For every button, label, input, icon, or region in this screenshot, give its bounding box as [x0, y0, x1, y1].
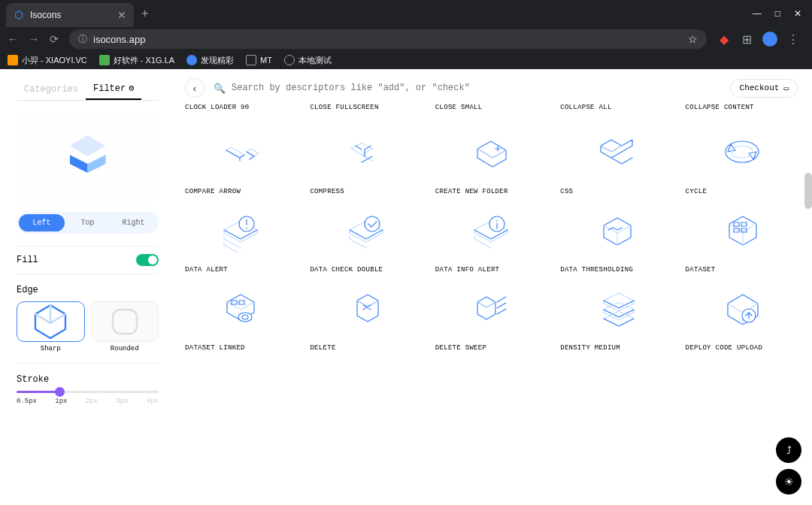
- window-maximize-icon[interactable]: □: [775, 8, 780, 19]
- profile-avatar[interactable]: [762, 32, 777, 47]
- orientation-right[interactable]: Right: [111, 214, 156, 231]
- orientation-top[interactable]: Top: [65, 214, 111, 231]
- nav-reload-icon[interactable]: ⟳: [50, 33, 59, 45]
- svg-rect-0: [113, 310, 137, 334]
- tab-categories[interactable]: Categories: [17, 78, 86, 100]
- icon-delete-sweep[interactable]: DELETE SWEEP: [435, 278, 548, 352]
- orientation-left[interactable]: Left: [19, 214, 65, 231]
- extensions-icon[interactable]: ⊞: [740, 32, 753, 46]
- browser-chrome: Isocons ✕ + — □ ✕ ← → ⟳ ⓘ isocons.app ☆ …: [0, 0, 812, 69]
- tab-favicon: [14, 10, 24, 20]
- tab-bar: Isocons ✕ + — □ ✕: [0, 0, 812, 27]
- fill-toggle[interactable]: [136, 254, 159, 266]
- extension-a-icon[interactable]: ◆: [717, 32, 731, 46]
- icon-create-new-folder[interactable]: CREATE NEW FOLDER: [435, 122, 548, 195]
- bookmark-star-icon[interactable]: ☆: [688, 33, 698, 45]
- fab-group: ⤴ ☀: [776, 437, 801, 494]
- icon-preview: [17, 111, 159, 201]
- url-text: isocons.app: [93, 34, 145, 45]
- icon-delete[interactable]: DELETE: [310, 278, 423, 352]
- new-tab-button[interactable]: +: [141, 7, 148, 20]
- sidebar-tabs: Categories Filter⚙: [17, 78, 159, 101]
- icon-data-alert[interactable]: DATA ALERT: [185, 200, 298, 274]
- icon-data-thresholding[interactable]: DATA THRESHOLDING: [560, 200, 673, 274]
- url-bar[interactable]: ⓘ isocons.app ☆: [69, 29, 707, 49]
- bookmark-item[interactable]: 小羿 - XIAOYI.VC: [8, 55, 87, 66]
- svg-point-12: [238, 313, 252, 322]
- fill-label: Fill: [17, 255, 38, 265]
- cube-rounded-icon: [98, 299, 151, 344]
- stroke-row: Stroke 0.5px1px2px3px4px: [17, 363, 159, 413]
- svg-rect-10: [232, 301, 237, 304]
- nav-right: ◆ ⊞ ⋮: [717, 32, 804, 47]
- tab-title: Isocons: [30, 10, 61, 20]
- search-input[interactable]: [232, 83, 721, 93]
- cube-sharp-icon: [24, 299, 77, 344]
- icon-deploy-code-upload[interactable]: DEPLOY CODE UPLOAD: [686, 278, 798, 352]
- icon-compress[interactable]: COMPRESS: [310, 122, 423, 195]
- stroke-slider[interactable]: [17, 391, 159, 393]
- icon-label: CLOSE FULLSCREEN: [310, 104, 423, 111]
- stroke-label: Stroke: [17, 374, 49, 385]
- icon-density-medium[interactable]: DENSITY MEDIUM: [560, 278, 673, 352]
- icon-label: COLLAPSE ALL: [560, 104, 673, 111]
- edge-sharp[interactable]: Sharp: [17, 301, 85, 352]
- nav-bar: ← → ⟳ ⓘ isocons.app ☆ ◆ ⊞ ⋮: [0, 27, 812, 51]
- svg-point-4: [365, 216, 380, 231]
- browser-menu-icon[interactable]: ⋮: [786, 32, 800, 46]
- bookmark-item[interactable]: 发现精彩: [186, 55, 234, 66]
- icon-grid: COMPARE ARROW COMPRESS CREATE NEW FOLDER…: [185, 122, 798, 352]
- main: ‹ 🔍 Checkout▭ CLOCK LOADER 90 CLOSE FULL…: [171, 69, 812, 505]
- theme-button[interactable]: ☀: [776, 469, 801, 494]
- sun-icon: ☀: [784, 476, 794, 488]
- browser-tab[interactable]: Isocons ✕: [6, 3, 134, 27]
- edge-rounded[interactable]: Rounded: [91, 301, 159, 352]
- icon-dataset[interactable]: DATASET: [686, 200, 798, 274]
- search-icon: 🔍: [214, 83, 226, 94]
- orientation-group: Left Top Right: [17, 212, 159, 234]
- share-button[interactable]: ⤴: [776, 437, 801, 463]
- bookmark-item[interactable]: 好软件 - X1G.LA: [99, 55, 174, 66]
- icon-css[interactable]: CSS: [560, 122, 673, 195]
- icon-label: CLOCK LOADER 90: [185, 104, 298, 111]
- folder-icon: ▭: [783, 83, 789, 93]
- bookmark-item[interactable]: 本地测试: [284, 55, 332, 66]
- search-wrap: 🔍: [214, 83, 721, 94]
- checkout-button[interactable]: Checkout▭: [730, 79, 798, 98]
- share-icon: ⤴: [786, 444, 792, 456]
- icon-compare-arrow[interactable]: COMPARE ARROW: [185, 122, 298, 195]
- icon-data-check-double[interactable]: DATA CHECK DOUBLE: [310, 200, 423, 274]
- window-minimize-icon[interactable]: —: [753, 8, 762, 19]
- icon-dataset-linked[interactable]: DATASET LINKED: [185, 278, 298, 352]
- window-close-icon[interactable]: ✕: [794, 8, 801, 19]
- back-button[interactable]: ‹: [185, 78, 205, 98]
- page: Categories Filter⚙ Left Top Right Fill E…: [0, 69, 812, 505]
- edge-row: Edge Sharp Rounded: [17, 274, 159, 352]
- svg-point-2: [732, 146, 753, 158]
- icon-cycle[interactable]: CYCLE: [686, 122, 798, 195]
- icon-label: COLLAPSE CONTENT: [686, 104, 798, 111]
- nav-back-icon[interactable]: ←: [8, 33, 18, 45]
- window-controls: — □ ✕: [753, 8, 812, 19]
- svg-rect-11: [239, 301, 244, 304]
- preview-cube-icon: [70, 135, 106, 177]
- sliders-icon: ⚙: [129, 83, 134, 94]
- topbar: ‹ 🔍 Checkout▭: [185, 78, 798, 98]
- stroke-ticks: 0.5px1px2px3px4px: [17, 398, 159, 405]
- sidebar: Categories Filter⚙ Left Top Right Fill E…: [5, 78, 171, 505]
- edge-label: Edge: [17, 285, 38, 295]
- bookmarks-bar: 小羿 - XIAOYI.VC 好软件 - X1G.LA 发现精彩 MT 本地测试: [0, 51, 812, 69]
- icon-data-info-alert[interactable]: DATA INFO ALERT: [435, 200, 548, 274]
- icon-label: CLOSE SMALL: [435, 104, 548, 111]
- svg-rect-6: [734, 222, 739, 226]
- nav-forward-icon[interactable]: →: [29, 33, 39, 45]
- svg-rect-7: [741, 222, 747, 226]
- fill-row: Fill: [17, 246, 159, 274]
- tab-filter[interactable]: Filter⚙: [86, 78, 141, 100]
- bookmark-item[interactable]: MT: [246, 55, 272, 65]
- tab-close-icon[interactable]: ✕: [117, 9, 126, 21]
- icon-grid-top: CLOCK LOADER 90 CLOSE FULLSCREEN CLOSE S…: [185, 104, 798, 122]
- site-info-icon[interactable]: ⓘ: [78, 33, 87, 46]
